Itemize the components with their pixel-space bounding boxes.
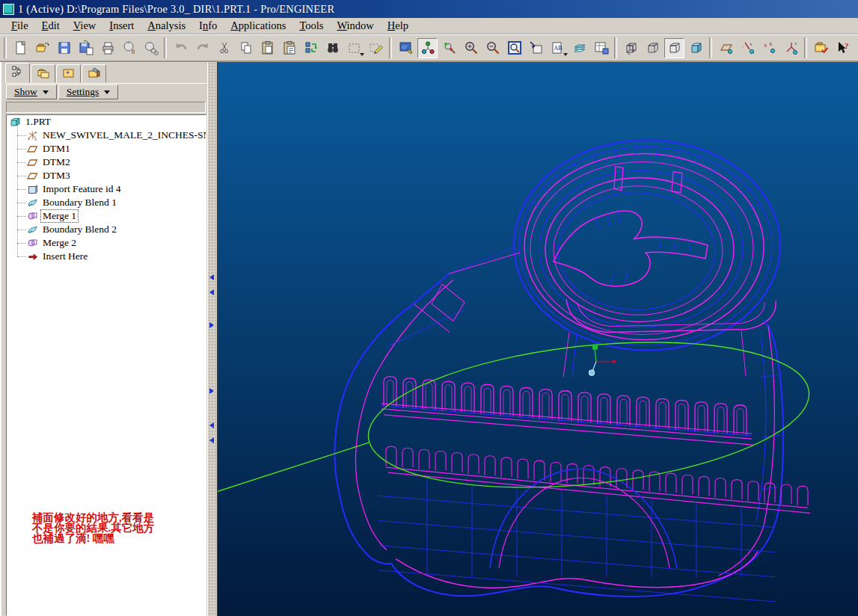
refit-button[interactable] — [504, 38, 524, 58]
datum-csys-icon: x — [783, 40, 800, 56]
print-button[interactable] — [97, 38, 117, 58]
view-manager-button[interactable] — [591, 38, 611, 58]
spin-center-button[interactable] — [417, 38, 438, 58]
hidden-line-button[interactable] — [643, 38, 663, 58]
datum-axes-button[interactable]: /x — [738, 38, 758, 58]
show-dropdown-button[interactable]: Show — [6, 84, 57, 99]
layers-icon — [572, 40, 588, 56]
settings-dropdown-button[interactable]: Settings — [58, 84, 119, 99]
collapse-left-icon[interactable] — [209, 422, 214, 428]
tree-root-item[interactable]: 1.PRT — [7, 115, 206, 129]
model-tree-tab-icon — [10, 64, 25, 82]
connections-tab[interactable] — [82, 64, 106, 83]
collapse-left-icon[interactable] — [209, 437, 214, 443]
erase-button[interactable]: 0 — [119, 38, 139, 58]
annotation-line: 補面修改好的地方,看看是 — [32, 512, 206, 523]
folder-browser-tab[interactable] — [31, 64, 55, 83]
wireframe-icon — [623, 40, 640, 56]
favorites-tab[interactable]: * — [56, 64, 81, 83]
select-rect-button[interactable] — [344, 38, 364, 58]
undo-button[interactable] — [171, 38, 191, 58]
smart-select-button[interactable] — [366, 38, 386, 58]
context-help-icon: ? — [835, 40, 851, 56]
annotations-button[interactable]: AB — [548, 38, 568, 58]
3d-viewport[interactable] — [218, 62, 858, 616]
new-button[interactable] — [10, 38, 31, 58]
menu-help[interactable]: Help — [381, 19, 415, 33]
delete-button[interactable] — [141, 38, 161, 58]
favorites-tab-icon: * — [61, 65, 76, 83]
regenerate-button[interactable] — [301, 38, 321, 58]
layers-button[interactable] — [569, 38, 589, 58]
menu-analysis[interactable]: Analysis — [141, 19, 192, 33]
folder-check-icon — [813, 40, 830, 56]
context-help-button[interactable]: ? — [833, 38, 853, 58]
tree-item[interactable]: Insert Here — [13, 250, 206, 263]
datum-planes-button[interactable] — [716, 38, 736, 58]
menu-edit[interactable]: Edit — [35, 19, 67, 33]
merge-icon — [27, 238, 38, 249]
menu-applications[interactable]: Applications — [224, 19, 292, 33]
menu-file[interactable]: File — [4, 19, 35, 33]
no-hidden-button[interactable] — [664, 38, 684, 58]
shaded-button[interactable] — [686, 38, 706, 58]
redo-button[interactable] — [192, 38, 212, 58]
toolbar-separator — [164, 37, 167, 58]
paste-icon — [260, 40, 276, 56]
menu-view[interactable]: View — [67, 19, 103, 33]
copy-button[interactable] — [236, 38, 256, 58]
cut-button[interactable] — [214, 38, 234, 58]
collapse-left-icon[interactable] — [209, 274, 214, 280]
tree-item[interactable]: DTM2 — [13, 155, 206, 169]
collapse-left-icon[interactable] — [209, 289, 214, 295]
menu-info[interactable]: Info — [192, 19, 224, 33]
orient-mode-button[interactable] — [439, 38, 459, 58]
menu-tools[interactable]: Tools — [292, 19, 330, 33]
tree-item[interactable]: Boundary Blend 1 — [13, 196, 206, 209]
zoom-in-button[interactable] — [461, 38, 481, 58]
tree-connector — [17, 203, 26, 203]
tree-item[interactable]: Import Feature id 4 — [13, 182, 206, 196]
saved-views-button[interactable] — [526, 38, 546, 58]
paste-button[interactable] — [257, 38, 278, 58]
expand-right-icon[interactable] — [209, 322, 214, 328]
open-button[interactable] — [32, 38, 52, 58]
wireframe-model — [218, 62, 858, 616]
drag-handle-triad[interactable] — [589, 345, 616, 376]
model-head-rings — [514, 140, 780, 350]
model-tree[interactable]: 1.PRTxNEW_SWIVEL_MALE_2_INCHES-SN6-OKDTM… — [6, 114, 206, 616]
annotation-note: 補面修改好的地方,看看是不是你要的結果.其它地方也補過了滴! 嘿嘿 — [32, 512, 206, 543]
datum-points-button[interactable]: xx — [759, 38, 779, 58]
paste-special-button[interactable] — [279, 38, 299, 58]
menu-insert[interactable]: Insert — [102, 19, 141, 33]
title-bar[interactable]: 1 (Active) D:\Program Files\Proe 3.0_ DI… — [0, 0, 858, 18]
toolbar-separator — [4, 37, 7, 58]
expand-right-icon[interactable] — [209, 388, 214, 394]
settings-label: Settings — [67, 86, 99, 98]
svg-text:0: 0 — [132, 49, 135, 55]
tree-item[interactable]: DTM3 — [13, 169, 206, 182]
datum-csys-button[interactable]: x — [781, 38, 801, 58]
no-hidden-icon — [667, 40, 683, 56]
tree-item[interactable]: Merge 1 — [13, 209, 206, 223]
menu-window[interactable]: Window — [330, 19, 380, 33]
copy-icon — [238, 40, 254, 56]
tree-item[interactable]: Boundary Blend 2 — [13, 223, 206, 236]
chevron-down-icon — [360, 53, 364, 56]
panel-splitter[interactable] — [207, 62, 218, 616]
regenerate-icon — [303, 40, 319, 56]
svg-text:x: x — [764, 41, 767, 49]
tree-item[interactable]: Merge 2 — [13, 236, 206, 250]
folder-check-button[interactable] — [811, 38, 831, 58]
repaint-button[interactable] — [396, 38, 416, 58]
tree-item[interactable]: xNEW_SWIVEL_MALE_2_INCHES-SN6-OK — [13, 129, 206, 142]
model-tree-tab[interactable] — [5, 63, 30, 83]
save-button[interactable] — [54, 38, 74, 58]
view-manager-icon — [593, 40, 610, 56]
chevron-down-icon — [104, 90, 110, 94]
zoom-out-button[interactable] — [482, 38, 503, 58]
save-as-button[interactable] — [76, 38, 96, 58]
tree-item[interactable]: DTM1 — [13, 142, 206, 155]
find-button[interactable] — [322, 38, 343, 58]
wireframe-button[interactable] — [621, 38, 641, 58]
